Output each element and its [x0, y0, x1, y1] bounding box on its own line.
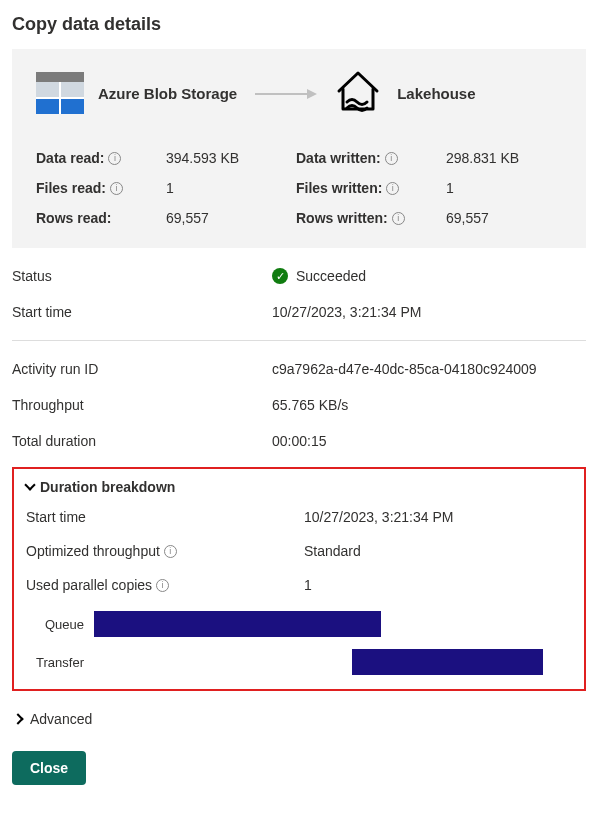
rows-written-label: Rows written:i	[296, 210, 436, 226]
source-endpoint: Azure Blob Storage	[36, 72, 237, 116]
source-label: Azure Blob Storage	[98, 85, 237, 102]
target-endpoint: Lakehouse	[333, 67, 475, 120]
chevron-down-icon	[24, 479, 35, 490]
optimized-throughput-label: Optimized throughput i	[26, 543, 304, 559]
activity-run-id-value: c9a7962a-d47e-40dc-85ca-04180c924009	[272, 361, 586, 377]
transfer-bar-label: Transfer	[26, 655, 94, 670]
lakehouse-icon	[333, 67, 383, 120]
advanced-section-toggle[interactable]: Advanced	[14, 711, 586, 727]
files-read-label: Files read:i	[36, 180, 156, 196]
info-icon[interactable]: i	[385, 152, 398, 165]
files-written-value: 1	[446, 180, 562, 196]
duration-breakdown-header[interactable]: Duration breakdown	[26, 479, 572, 495]
info-icon[interactable]: i	[164, 545, 177, 558]
azure-blob-icon	[36, 72, 84, 116]
info-icon[interactable]: i	[156, 579, 169, 592]
rows-read-value: 69,557	[166, 210, 286, 226]
duration-breakdown-section: Duration breakdown Start time 10/27/2023…	[12, 467, 586, 691]
info-icon[interactable]: i	[108, 152, 121, 165]
throughput-label: Throughput	[12, 397, 272, 413]
parallel-copies-value: 1	[304, 577, 572, 593]
data-read-label: Data read:i	[36, 150, 156, 166]
data-written-value: 298.831 KB	[446, 150, 562, 166]
start-time-value: 10/27/2023, 3:21:34 PM	[272, 304, 586, 320]
summary-box: Azure Blob Storage Lakehouse Data read:i…	[12, 49, 586, 248]
optimized-throughput-value: Standard	[304, 543, 572, 559]
chevron-right-icon	[12, 713, 23, 724]
files-written-label: Files written:i	[296, 180, 436, 196]
info-icon[interactable]: i	[110, 182, 123, 195]
activity-run-id-label: Activity run ID	[12, 361, 272, 377]
data-written-label: Data written:i	[296, 150, 436, 166]
queue-bar-label: Queue	[26, 617, 94, 632]
total-duration-value: 00:00:15	[272, 433, 586, 449]
check-icon: ✓	[272, 268, 288, 284]
total-duration-label: Total duration	[12, 433, 272, 449]
transfer-bar	[94, 649, 572, 675]
start-time-label: Start time	[12, 304, 272, 320]
duration-breakdown-chart: Queue Transfer	[26, 611, 572, 675]
info-icon[interactable]: i	[392, 212, 405, 225]
data-read-value: 394.593 KB	[166, 150, 286, 166]
page-title: Copy data details	[12, 14, 586, 35]
target-label: Lakehouse	[397, 85, 475, 102]
rows-written-value: 69,557	[446, 210, 562, 226]
breakdown-start-time-label: Start time	[26, 509, 304, 525]
throughput-value: 65.765 KB/s	[272, 397, 586, 413]
status-value: ✓ Succeeded	[272, 268, 586, 284]
info-icon[interactable]: i	[386, 182, 399, 195]
divider	[12, 340, 586, 341]
files-read-value: 1	[166, 180, 286, 196]
breakdown-start-time-value: 10/27/2023, 3:21:34 PM	[304, 509, 572, 525]
queue-bar	[94, 611, 572, 637]
close-button[interactable]: Close	[12, 751, 86, 785]
parallel-copies-label: Used parallel copies i	[26, 577, 304, 593]
arrow-icon	[255, 93, 315, 95]
status-label: Status	[12, 268, 272, 284]
rows-read-label: Rows read:	[36, 210, 156, 226]
